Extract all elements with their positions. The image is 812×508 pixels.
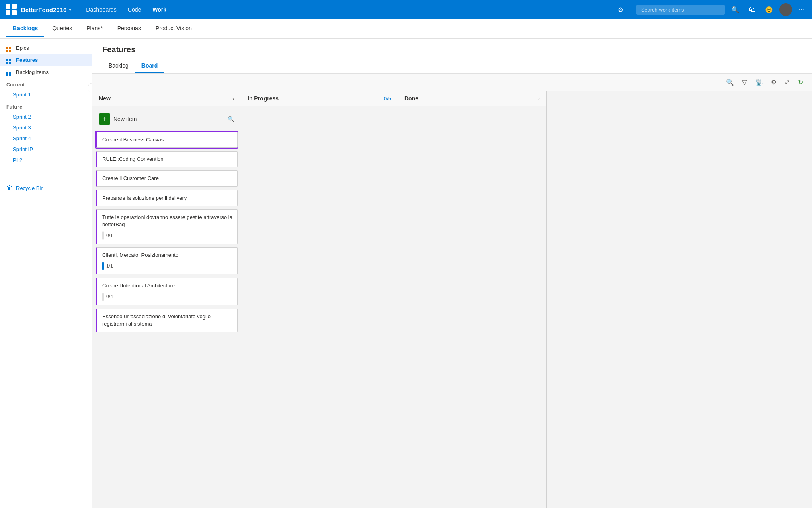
progress-text-5: 0/1 [106, 232, 113, 239]
card-title: Clienti, Mercato, Posizionamento [102, 252, 178, 258]
tab-backlogs[interactable]: Backlogs [6, 20, 44, 37]
top-nav: BetterFood2016 ▼ Dashboards Code Work ··… [0, 0, 812, 19]
card-betterbag[interactable]: Tutte le operazioni dovranno essere gest… [96, 209, 238, 244]
tab-plans[interactable]: Plans* [80, 20, 109, 37]
nav-divider-1 [77, 4, 77, 15]
column-done-label: Done [404, 95, 418, 102]
card-progress-5: 0/1 [102, 231, 232, 240]
nav-divider-2 [191, 4, 191, 15]
settings-icon[interactable]: ⚙ [615, 4, 627, 15]
avatar[interactable] [779, 3, 792, 16]
backlog-icon [6, 69, 13, 75]
progress-text-6: 1/1 [106, 263, 113, 270]
main-layout: ‹ Epics F [0, 39, 812, 508]
column-in-progress-label: In Progress [248, 95, 279, 102]
card-title: Essendo un'associazione di Volontariato … [102, 313, 211, 327]
tab-personas[interactable]: Personas [111, 20, 148, 37]
sidebar-item-backlog-items[interactable]: Backlog items [0, 66, 92, 78]
sidebar-sprint-4[interactable]: Sprint 4 [0, 133, 92, 144]
nav-code[interactable]: Code [124, 5, 145, 14]
sub-nav: Backlogs Queries Plans* Personas Product… [0, 19, 812, 39]
column-done-header: Done › [398, 91, 546, 106]
column-done-body [398, 106, 546, 508]
column-new-body: + New item 🔍 Creare il Business Canvas R… [92, 106, 241, 508]
sidebar: ‹ Epics F [0, 39, 92, 508]
column-new-label: New [99, 95, 111, 102]
card-progress-6: 1/1 [102, 262, 232, 270]
tab-backlog[interactable]: Backlog [102, 59, 135, 73]
progress-bar-6 [102, 262, 104, 270]
svg-rect-3 [12, 10, 17, 15]
new-item-search-icon[interactable]: 🔍 [228, 116, 234, 122]
nav-work[interactable]: Work [148, 5, 170, 14]
board-area: 🔍 ▽ 📡 ⚙ ⤢ ↻ New ‹ + [92, 74, 812, 508]
card-intentional-architecture[interactable]: Creare l'Intentional Architecture 0/4 [96, 278, 238, 305]
board-expand-button[interactable]: ⤢ [782, 77, 792, 88]
sidebar-item-features[interactable]: Features [0, 54, 92, 66]
new-item-plus-icon: + [99, 113, 110, 125]
card-creare-business-canvas[interactable]: Creare il Business Canvas [96, 132, 238, 148]
global-search-icon[interactable]: 🔍 [728, 4, 742, 15]
column-in-progress-body [241, 106, 398, 508]
board-settings-button[interactable]: ⚙ [769, 77, 779, 88]
column-new-header: New ‹ [92, 91, 241, 106]
user-icon[interactable]: 😊 [762, 4, 776, 15]
board-notify-button[interactable]: 📡 [753, 77, 765, 88]
new-item-button[interactable]: + New item 🔍 [96, 111, 238, 127]
tab-product-vision[interactable]: Product Vision [149, 20, 198, 37]
board-filter-button[interactable]: ▽ [740, 77, 749, 88]
svg-rect-0 [6, 4, 10, 9]
nav-more-icon[interactable]: ··· [174, 4, 186, 16]
card-volontariato[interactable]: Essendo un'associazione di Volontariato … [96, 309, 238, 332]
card-soluzione-delivery[interactable]: Preparare la soluzione per il delivery [96, 190, 238, 206]
sidebar-sprint-ip[interactable]: Sprint IP [0, 144, 92, 155]
progress-bar-5 [102, 231, 104, 240]
new-item-label: New item [113, 116, 137, 122]
card-title: Preparare la soluzione per il delivery [102, 195, 187, 201]
column-in-progress: In Progress 0/5 [241, 91, 398, 508]
tab-queries[interactable]: Queries [46, 20, 78, 37]
progress-bar-7 [102, 293, 104, 301]
sidebar-sprint-3[interactable]: Sprint 3 [0, 122, 92, 133]
current-section-label: Current [0, 78, 92, 89]
progress-text-7: 0/4 [106, 293, 113, 300]
basket-icon[interactable]: 🛍 [746, 4, 759, 15]
card-title: RULE::Coding Convention [102, 156, 163, 162]
content-header: Features Backlog Board [92, 39, 812, 74]
board-refresh-button[interactable]: ↻ [796, 77, 806, 88]
nav-dashboards[interactable]: Dashboards [82, 5, 121, 14]
features-icon [6, 57, 13, 63]
column-new-collapse-button[interactable]: ‹ [232, 95, 234, 102]
board-search-button[interactable]: 🔍 [724, 77, 736, 88]
sidebar-pi-2[interactable]: PI 2 [0, 155, 92, 166]
card-title: Tutte le operazioni dovranno essere gest… [102, 214, 232, 227]
project-name[interactable]: BetterFood2016 ▼ [21, 6, 72, 13]
column-in-progress-header: In Progress 0/5 [241, 91, 398, 106]
content-tabs: Backlog Board [102, 59, 802, 73]
card-clienti-mercato[interactable]: Clienti, Mercato, Posizionamento 1/1 [96, 247, 238, 274]
top-more-icon[interactable]: ··· [796, 4, 807, 15]
sidebar-sprint-1[interactable]: Sprint 1 [0, 89, 92, 100]
sidebar-sprint-2[interactable]: Sprint 2 [0, 111, 92, 122]
column-done: Done › [398, 91, 547, 508]
card-title: Creare il Customer Care [102, 175, 159, 181]
card-progress-7: 0/4 [102, 293, 232, 301]
svg-rect-1 [12, 4, 17, 9]
sidebar-item-epics[interactable]: Epics [0, 42, 92, 54]
global-search-input[interactable] [636, 5, 725, 15]
content-area: Features Backlog Board 🔍 ▽ 📡 ⚙ ⤢ ↻ [92, 39, 812, 508]
epics-icon [6, 45, 13, 51]
progress-fill-6 [102, 262, 104, 270]
column-done-collapse-button[interactable]: › [538, 95, 540, 102]
app-logo[interactable] [5, 3, 18, 16]
page-title: Features [102, 45, 802, 54]
tab-board[interactable]: Board [135, 59, 164, 73]
future-section-label: Future [0, 100, 92, 111]
column-new: New ‹ + New item 🔍 Creare il Business Ca… [92, 91, 241, 508]
sidebar-recycle-bin[interactable]: 🗑 Recycle Bin [0, 182, 92, 195]
card-rule-coding[interactable]: RULE::Coding Convention [96, 151, 238, 167]
card-customer-care[interactable]: Creare il Customer Care [96, 170, 238, 186]
recycle-icon: 🗑 [6, 184, 13, 192]
card-title: Creare l'Intentional Architecture [102, 283, 175, 289]
board-toolbar: 🔍 ▽ 📡 ⚙ ⤢ ↻ [92, 74, 812, 91]
